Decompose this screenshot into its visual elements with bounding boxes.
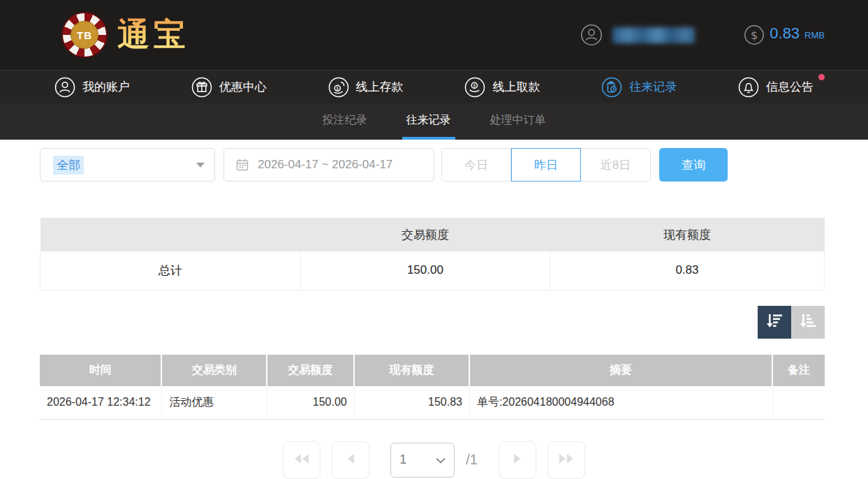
summary-header-balance: 现有额度: [550, 218, 824, 251]
sort-descending-icon: [764, 310, 785, 334]
summary-header-amount: 交易额度: [300, 218, 550, 251]
page-select[interactable]: 1: [390, 443, 455, 478]
summary-header-blank: [41, 218, 301, 251]
next-page-button[interactable]: [499, 441, 536, 479]
gift-icon: [191, 77, 212, 98]
type-select-value: 全部: [53, 156, 84, 175]
last-8-days-button[interactable]: 近8日: [581, 148, 651, 182]
tab-transaction-records[interactable]: 往来记录: [402, 103, 455, 140]
tab-pending-orders[interactable]: 处理中订单: [486, 103, 550, 140]
nav-item-my-account[interactable]: 我的账户: [54, 77, 130, 98]
search-button[interactable]: 查询: [659, 148, 728, 182]
filter-bar: 全部 2026-04-17 ~ 2026-04-17 今日 昨日: [40, 148, 868, 182]
cell-balance: 150.83: [355, 386, 470, 420]
nav-label: 信息公告: [766, 79, 814, 95]
brand-name: 通宝: [117, 13, 190, 57]
col-header-amount: 交易额度: [267, 355, 355, 386]
page-select-value: 1: [399, 452, 406, 467]
first-page-icon: [294, 453, 309, 467]
today-button[interactable]: 今日: [441, 148, 511, 182]
button-label: 今日: [464, 157, 488, 173]
date-range-input[interactable]: 2026-04-17 ~ 2026-04-17: [223, 148, 434, 182]
summary-total-row: 总计 150.00 0.83: [41, 251, 825, 290]
cell-time: 2026-04-17 12:34:12: [40, 386, 162, 420]
summary-total-label: 总计: [41, 251, 301, 290]
top-header: TB 通宝 $: [0, 0, 868, 70]
nav-item-promotions[interactable]: 优惠中心: [191, 77, 267, 98]
col-header-note: 备注: [773, 355, 825, 386]
cell-note: [773, 386, 825, 420]
prev-page-icon: [346, 453, 355, 467]
sub-nav: 投注纪录 往来记录 处理中订单: [0, 103, 868, 140]
button-label: 昨日: [534, 157, 558, 173]
col-header-type: 交易类别: [162, 355, 267, 386]
sort-ascending-button[interactable]: [791, 306, 825, 339]
tab-label: 投注纪录: [323, 113, 367, 128]
nav-label: 我的账户: [82, 79, 130, 95]
pagination: 1 /1: [0, 441, 868, 479]
withdraw-hand-coin-icon: $: [464, 77, 485, 98]
tab-label: 往来记录: [406, 113, 451, 128]
next-page-icon: [513, 453, 522, 467]
nav-item-transaction-records[interactable]: 往来记录: [601, 77, 677, 98]
nav-label: 优惠中心: [219, 79, 267, 95]
user-info: [580, 24, 695, 46]
summary-total-amount: 150.00: [300, 251, 550, 290]
table-row: 2026-04-17 12:34:12 活动优惠 150.00 150.83 单…: [40, 386, 825, 420]
col-header-summary: 摘要: [470, 355, 773, 386]
balance-amount: 0.83: [770, 24, 800, 43]
header-right: $ 0.83 RMB: [580, 24, 825, 46]
svg-text:$: $: [751, 29, 758, 42]
yesterday-button[interactable]: 昨日: [511, 148, 581, 182]
chevron-down-icon: [196, 163, 205, 168]
deposit-hand-coin-icon: $: [328, 77, 349, 98]
nav-label: 线上取款: [492, 79, 540, 95]
tab-label: 处理中订单: [490, 113, 546, 128]
nav-item-withdraw[interactable]: $ 线上取款: [464, 77, 540, 98]
cell-amount: 150.00: [267, 386, 355, 420]
summary-header-row: 交易额度 现有额度: [41, 218, 825, 251]
first-page-button[interactable]: [283, 441, 321, 479]
user-icon: [580, 24, 603, 46]
cell-summary: 单号:202604180004944068: [470, 386, 773, 420]
col-header-balance: 现有额度: [355, 355, 470, 386]
button-label: 近8日: [601, 157, 631, 173]
nav-label: 往来记录: [629, 79, 677, 95]
balance-currency: RMB: [804, 30, 825, 40]
main-nav: 我的账户 优惠中心 $: [0, 70, 868, 103]
sort-controls: [40, 306, 825, 339]
user-circle-icon: [54, 77, 75, 98]
cell-type: 活动优惠: [162, 386, 267, 420]
col-header-time: 时间: [40, 355, 162, 386]
chip-monogram: TB: [71, 21, 98, 49]
type-select[interactable]: 全部: [40, 148, 215, 182]
nav-item-announcements[interactable]: 信息公告: [738, 77, 814, 98]
transaction-records-page: TB 通宝 $: [0, 0, 868, 479]
records-table: 时间 交易类别 交易额度 现有额度 摘要 备注 2026-04-17 12:34…: [40, 355, 825, 420]
balance-display: $ 0.83 RMB: [744, 24, 825, 45]
summary-total-balance: 0.83: [550, 251, 824, 290]
notification-dot: [818, 74, 825, 80]
records-header-row: 时间 交易类别 交易额度 现有额度 摘要 备注: [40, 355, 825, 386]
svg-text:$: $: [336, 85, 339, 91]
chevron-down-icon: [436, 452, 446, 467]
clipboard-clock-icon: [601, 77, 622, 98]
dollar-coin-icon: $: [744, 24, 765, 45]
sort-ascending-icon: [797, 310, 818, 334]
bell-icon: [738, 77, 759, 98]
svg-text:$: $: [473, 83, 476, 89]
last-page-button[interactable]: [547, 441, 585, 479]
brand-logo[interactable]: TB 通宝: [61, 12, 190, 58]
sort-descending-button[interactable]: [758, 306, 791, 339]
last-page-icon: [559, 453, 574, 467]
username-censored: [612, 27, 695, 43]
tab-betting-records[interactable]: 投注纪录: [318, 103, 372, 140]
calendar-icon: [235, 158, 249, 172]
nav-label: 线上存款: [356, 79, 404, 95]
nav-item-deposit[interactable]: $ 线上存款: [328, 77, 404, 98]
poker-chip-icon: TB: [61, 12, 108, 58]
page-total-label: /1: [466, 452, 478, 468]
summary-table: 交易额度 现有额度 总计 150.00 0.83: [40, 218, 825, 290]
date-range-value: 2026-04-17 ~ 2026-04-17: [258, 158, 392, 172]
prev-page-button[interactable]: [332, 441, 369, 479]
